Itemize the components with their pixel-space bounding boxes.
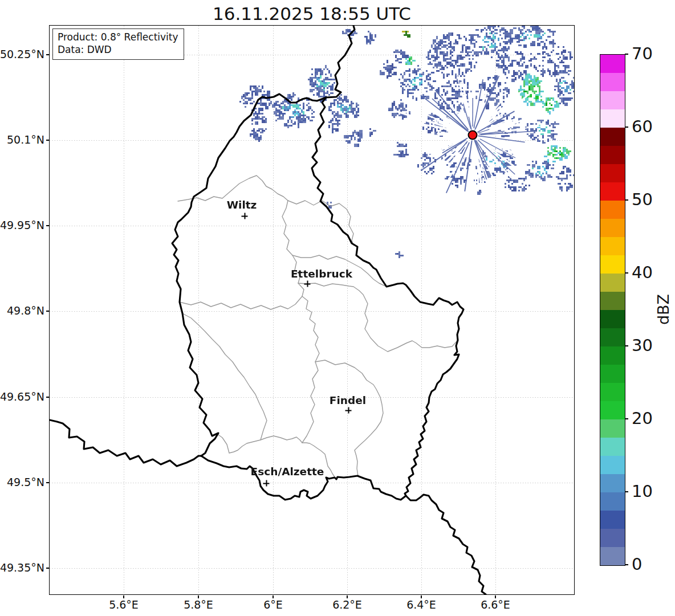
colorbar-segment — [600, 401, 625, 420]
colorbar-tick-label: 60 — [632, 117, 653, 136]
map-canvas — [50, 26, 574, 594]
colorbar-tick-mark — [625, 345, 628, 346]
colorbar-unit-label: dBZ — [654, 294, 672, 325]
lat-tick-mark — [46, 397, 49, 398]
lon-tick-label: 6.6°E — [481, 598, 510, 611]
colorbar-segment — [600, 91, 625, 110]
colorbar-segment — [600, 438, 625, 456]
city-label: Ettelbruck — [291, 268, 352, 280]
lat-tick-label: 49.65°N — [0, 390, 44, 403]
city-label: Wiltz — [227, 199, 257, 211]
lat-tick-label: 49.95°N — [0, 219, 44, 231]
lat-tick-label: 49.35°N — [0, 561, 44, 574]
colorbar-segment — [600, 529, 625, 548]
colorbar-tick-label: 30 — [632, 336, 653, 355]
lon-tick-label: 5.6°E — [109, 598, 139, 611]
colorbar-segment — [600, 164, 625, 183]
figure-title: 16.11.2025 18:55 UTC — [50, 3, 574, 24]
colorbar-segment — [600, 146, 625, 165]
lon-tick-label: 6°E — [263, 598, 283, 611]
city-marker — [304, 281, 311, 287]
lon-tick-mark — [347, 595, 348, 598]
lat-tick-mark — [46, 482, 49, 483]
colorbar-tick-mark — [625, 418, 628, 419]
colorbar-segment — [600, 456, 625, 475]
colorbar-tick-mark — [625, 491, 628, 492]
colorbar-segment — [600, 346, 625, 365]
lat-tick-label: 49.8°N — [7, 304, 44, 317]
lat-tick-mark — [46, 311, 49, 312]
colorbar-segment — [600, 219, 625, 238]
colorbar-segment — [600, 55, 625, 74]
lat-tick-mark — [46, 140, 49, 141]
lat-tick-mark — [46, 54, 49, 55]
colorbar-segment — [600, 328, 625, 347]
city-marker — [263, 480, 270, 487]
colorbar-segment — [600, 237, 625, 256]
lon-tick-mark — [198, 595, 199, 598]
colorbar-segment — [600, 109, 625, 128]
colorbar-segment — [600, 274, 625, 292]
colorbar-tick-label: 40 — [632, 263, 653, 282]
colorbar-segment — [600, 365, 625, 384]
colorbar-segment — [600, 419, 625, 438]
colorbar-segment — [600, 73, 625, 92]
colorbar-segment — [600, 310, 625, 329]
city-marker — [345, 407, 352, 414]
lon-tick-label: 6.2°E — [332, 598, 362, 611]
lon-tick-mark — [421, 595, 422, 598]
colorbar-tick-mark — [625, 564, 628, 565]
colorbar-tick-mark — [625, 127, 628, 128]
colorbar — [600, 54, 625, 566]
colorbar-tick-label: 50 — [632, 190, 653, 209]
lon-tick-label: 6.4°E — [406, 598, 436, 611]
city-label: Findel — [330, 394, 366, 406]
lon-tick-label: 5.8°E — [184, 598, 213, 611]
radar-site-dot — [468, 130, 478, 140]
colorbar-tick-label: 20 — [632, 409, 653, 428]
colorbar-segment — [600, 128, 625, 146]
lon-tick-mark — [123, 595, 124, 598]
colorbar-tick-label: 10 — [632, 482, 653, 501]
colorbar-tick-mark — [625, 272, 628, 274]
lat-tick-label: 50.25°N — [0, 48, 44, 60]
colorbar-segment — [600, 511, 625, 529]
lat-tick-label: 50.1°N — [7, 133, 44, 146]
data-source-line: Data: DWD — [58, 43, 178, 56]
city-marker — [242, 213, 248, 219]
city-label: Esch/Alzette — [251, 466, 324, 478]
colorbar-segment — [600, 492, 625, 511]
product-line: Product: 0.8° Reflectivity — [58, 31, 178, 43]
colorbar-segment — [600, 547, 625, 566]
lat-tick-label: 49.5°N — [7, 476, 44, 488]
colorbar-tick-mark — [625, 199, 628, 201]
lat-tick-mark — [46, 225, 49, 226]
lon-tick-mark — [495, 595, 496, 598]
colorbar-segment — [600, 201, 625, 219]
colorbar-tick-mark — [625, 54, 628, 55]
product-info-box: Product: 0.8° Reflectivity Data: DWD — [52, 28, 184, 60]
colorbar-tick-label: 70 — [632, 44, 653, 63]
colorbar-tick-label: 0 — [632, 554, 642, 574]
radar-figure: 16.11.2025 18:55 UTC Product: 0.8° Refle… — [0, 0, 675, 616]
colorbar-segment — [600, 474, 625, 493]
lon-tick-mark — [273, 595, 274, 598]
lat-tick-mark — [46, 568, 49, 569]
colorbar-segment — [600, 292, 625, 311]
colorbar-segment — [600, 255, 625, 274]
colorbar-segment — [600, 182, 625, 201]
map-area — [49, 25, 575, 595]
colorbar-segment — [600, 383, 625, 402]
